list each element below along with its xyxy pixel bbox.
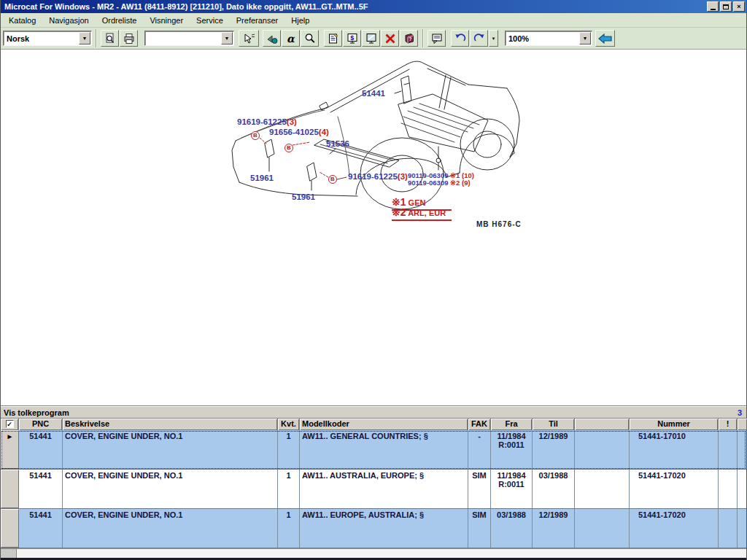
select-all-header[interactable]: ✓ bbox=[1, 419, 19, 430]
minimize-icon bbox=[711, 9, 716, 10]
price-button[interactable]: $ bbox=[343, 30, 361, 47]
alpha-index-icon: α bbox=[287, 34, 295, 44]
part-label[interactable]: 91619-61225(3) bbox=[237, 117, 297, 126]
cell-fra-line: 11/1984 bbox=[493, 471, 530, 480]
column-header-Modellkoder[interactable]: Modellkoder bbox=[300, 419, 468, 430]
part-label-text: 91619-61225 bbox=[237, 117, 287, 126]
bolt-marker[interactable]: B bbox=[251, 131, 260, 140]
toolbar: Norsk ▼ ▼ α bbox=[1, 28, 746, 50]
row-selector[interactable]: ► bbox=[1, 430, 19, 469]
column-header-Fra[interactable]: Fra bbox=[491, 419, 533, 430]
menu-item-ordreliste[interactable]: Ordreliste bbox=[96, 14, 144, 27]
column-header-Beskrivelse[interactable]: Beskrivelse bbox=[63, 419, 278, 430]
figure-code: MB H676-C bbox=[476, 220, 522, 228]
part-label[interactable]: 51961 bbox=[250, 174, 274, 182]
menu-item-visninger[interactable]: Visninger bbox=[143, 14, 190, 27]
row-selector[interactable] bbox=[1, 470, 19, 508]
maximize-icon bbox=[723, 4, 729, 9]
cell-kvt: 1 bbox=[278, 509, 300, 548]
status-bar bbox=[1, 548, 746, 560]
title-bar: Microcat For Windows - MR2 - AW11 (8411-… bbox=[1, 0, 746, 13]
screen-view-button[interactable] bbox=[362, 30, 380, 47]
menu-item-navigasjon[interactable]: Navigasjon bbox=[42, 14, 95, 27]
menu-item-hjelp[interactable]: Hjelp bbox=[285, 14, 316, 27]
column-header-filler bbox=[738, 419, 747, 430]
part-label[interactable]: 51441 bbox=[362, 89, 385, 98]
menu-item-katalog[interactable]: Katalog bbox=[2, 14, 42, 27]
column-header-Nummer[interactable]: Nummer bbox=[630, 419, 719, 430]
column-header-Til[interactable]: Til bbox=[533, 419, 575, 430]
part-label[interactable]: 91619-61225(3) bbox=[348, 172, 408, 181]
part-label[interactable]: 91656-41025(4) bbox=[269, 128, 329, 136]
delete-button[interactable] bbox=[381, 30, 399, 47]
part-label[interactable]: 51536 bbox=[326, 139, 349, 148]
print-preview-button[interactable] bbox=[101, 30, 119, 47]
cell-kvt: 1 bbox=[278, 470, 300, 508]
table-row[interactable]: 51441COVER, ENGINE UNDER, NO.11AW11.. EU… bbox=[1, 509, 746, 548]
part-label-text: 90119-06309 bbox=[408, 179, 448, 187]
close-icon: × bbox=[737, 3, 740, 10]
zoom-search-icon bbox=[304, 33, 316, 44]
menu-item-service[interactable]: Service bbox=[190, 14, 230, 27]
column-header-blank[interactable] bbox=[575, 419, 630, 430]
maximize-button[interactable] bbox=[720, 1, 732, 12]
chevron-down-icon[interactable]: ▼ bbox=[79, 32, 90, 44]
part-label-text: 91656-41025 bbox=[269, 128, 319, 136]
column-header-![interactable]: ! bbox=[719, 419, 738, 430]
language-value: Norsk bbox=[4, 34, 79, 43]
menu-item-preferanser[interactable]: Preferanser bbox=[230, 14, 285, 27]
part-label-text: 51536 bbox=[326, 139, 349, 148]
undo-icon bbox=[454, 33, 466, 44]
language-select[interactable]: Norsk ▼ bbox=[3, 31, 92, 46]
cell-excl bbox=[719, 430, 738, 469]
close-button[interactable]: × bbox=[733, 1, 745, 12]
row-selector[interactable] bbox=[1, 509, 19, 548]
cell-fra: 03/1988 bbox=[491, 509, 533, 548]
bolt-marker[interactable]: B bbox=[328, 175, 337, 184]
cell-excl bbox=[719, 470, 738, 508]
parts-table-body: ►51441COVER, ENGINE UNDER, NO.11AW11.. G… bbox=[1, 430, 746, 548]
alpha-index-button[interactable]: α bbox=[282, 30, 300, 47]
chevron-down-icon[interactable]: ▼ bbox=[221, 32, 233, 44]
column-header-Kvt.[interactable]: Kvt. bbox=[278, 419, 300, 430]
part-label-text: 51961 bbox=[250, 174, 274, 182]
redo-options-button[interactable]: ▼ bbox=[489, 30, 498, 47]
part-label[interactable]: 51961 bbox=[292, 192, 315, 201]
table-row[interactable]: ►51441COVER, ENGINE UNDER, NO.11AW11.. G… bbox=[1, 430, 746, 470]
cell-fak: SIM bbox=[468, 509, 491, 548]
parts-table-header: ✓PNCBeskrivelseKvt.ModellkoderFAKFraTilN… bbox=[1, 419, 746, 430]
table-row[interactable]: 51441COVER, ENGINE UNDER, NO.11AW11.. AU… bbox=[1, 470, 746, 509]
redo-button[interactable] bbox=[470, 30, 488, 47]
column-header-PNC[interactable]: PNC bbox=[19, 419, 63, 430]
note-button[interactable] bbox=[427, 30, 446, 47]
cell-filler bbox=[738, 430, 747, 469]
column-header-FAK[interactable]: FAK bbox=[468, 419, 491, 430]
diagram-note: ※2 ARL, EUR bbox=[392, 206, 452, 221]
part-label-text: 51441 bbox=[362, 89, 385, 98]
print-icon bbox=[123, 33, 135, 44]
select-all-checkbox[interactable]: ✓ bbox=[6, 420, 14, 428]
print-button[interactable] bbox=[120, 30, 138, 47]
cell-til: 12/1989 bbox=[533, 430, 575, 469]
cell-beskrivelse: COVER, ENGINE UNDER, NO.1 bbox=[63, 509, 278, 548]
catalog-book-button[interactable]: ? bbox=[400, 30, 418, 47]
toolbar-separator bbox=[96, 29, 97, 47]
part-label[interactable]: 90119-06309 ※2 (9) bbox=[408, 179, 471, 187]
navigate-back-button[interactable] bbox=[595, 30, 615, 47]
undo-button[interactable] bbox=[451, 30, 469, 47]
zoom-search-button[interactable] bbox=[301, 30, 319, 47]
chevron-down-icon[interactable]: ▼ bbox=[579, 32, 591, 44]
screen-icon bbox=[365, 33, 377, 44]
interpreter-bar-count: 3 bbox=[738, 408, 742, 417]
select-pointer-button[interactable] bbox=[239, 30, 259, 47]
cell-beskrivelse: COVER, ENGINE UNDER, NO.1 bbox=[63, 430, 278, 469]
app-window: Microcat For Windows - MR2 - AW11 (8411-… bbox=[0, 0, 747, 560]
zoom-select[interactable]: 100% ▼ bbox=[505, 31, 592, 46]
order-list-button[interactable] bbox=[324, 30, 342, 47]
minimize-button[interactable] bbox=[707, 1, 719, 12]
locate-part-button[interactable] bbox=[263, 30, 281, 47]
cell-fra: 11/1984R:0011 bbox=[491, 470, 533, 508]
interpreter-bar[interactable]: Vis tolkeprogram 3 bbox=[1, 406, 746, 419]
bolt-marker[interactable]: B bbox=[285, 144, 293, 152]
part-lookup-select[interactable]: ▼ bbox=[144, 31, 234, 46]
